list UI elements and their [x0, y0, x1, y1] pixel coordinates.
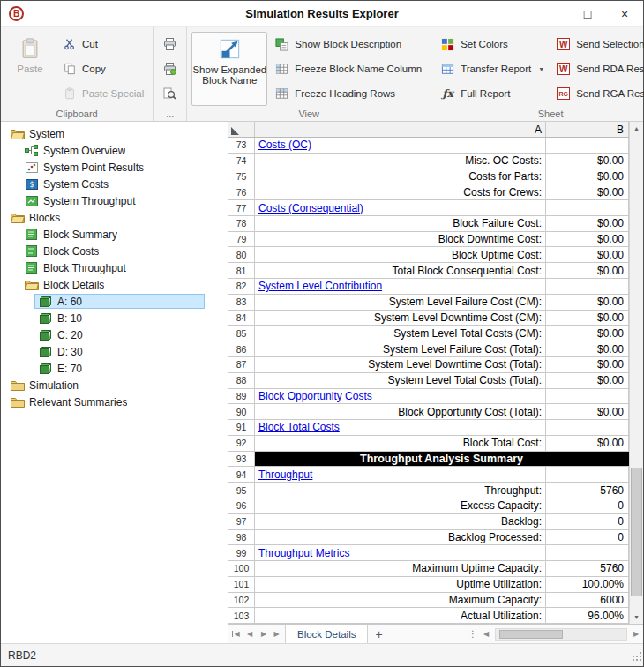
label-cell[interactable]: Block Failure Cost: — [255, 216, 546, 231]
label-cell[interactable]: Uptime Utilization: — [255, 577, 546, 592]
row-header[interactable]: 74 — [228, 154, 255, 169]
row-header[interactable]: 76 — [228, 184, 255, 199]
value-cell[interactable]: $0.00 — [546, 154, 629, 169]
row-header[interactable]: 84 — [228, 311, 255, 326]
value-cell[interactable]: $0.00 — [546, 341, 629, 356]
row-header[interactable]: 81 — [228, 263, 255, 278]
tree-item-d-30[interactable]: D: 30 — [1, 343, 228, 360]
tab-splitter-handle[interactable]: ⋮ — [467, 629, 479, 639]
row-header[interactable]: 103 — [228, 608, 255, 623]
label-cell[interactable]: Maximum Capacity: — [255, 593, 546, 608]
value-cell[interactable]: $0.00 — [546, 326, 629, 341]
label-cell[interactable]: Throughput: — [255, 483, 546, 498]
label-cell[interactable]: Backlog Processed: — [255, 530, 546, 545]
copy-button[interactable]: Copy — [57, 59, 148, 79]
tree-item-block-costs[interactable]: Block Costs — [1, 243, 228, 259]
row-header[interactable]: 102 — [228, 593, 255, 608]
tree-item-blocks[interactable]: Blocks — [1, 209, 228, 226]
label-cell[interactable]: System Level Total Costs (Total): — [255, 373, 546, 388]
label-cell[interactable]: Misc. OC Costs: — [255, 154, 546, 169]
row-header[interactable]: 93 — [228, 452, 255, 467]
scroll-down-icon[interactable]: ▼ — [630, 611, 643, 624]
row-header[interactable]: 78 — [228, 216, 255, 231]
label-cell[interactable]: Costs for Crews: — [255, 184, 546, 199]
label-cell[interactable]: System Level Failure Cost (CM): — [255, 295, 546, 310]
row-header[interactable]: 80 — [228, 247, 255, 262]
row-header[interactable]: 98 — [228, 530, 255, 545]
value-cell[interactable]: $0.00 — [546, 373, 629, 388]
vertical-scroll-track[interactable] — [630, 135, 643, 611]
tree-item-system-point-results[interactable]: System Point Results — [1, 159, 228, 176]
row-header[interactable]: 95 — [228, 483, 255, 498]
label-cell[interactable]: Costs for Parts: — [255, 169, 546, 184]
value-cell[interactable] — [546, 138, 629, 153]
value-cell[interactable]: 0 — [546, 498, 629, 513]
label-cell[interactable]: Maximum Uptime Capacity: — [255, 561, 546, 576]
row-header[interactable]: 99 — [228, 545, 255, 560]
horizontal-scroll-track[interactable] — [495, 628, 627, 641]
hscroll-right-icon[interactable]: ▶ — [629, 625, 643, 643]
vertical-scrollbar[interactable]: ▲ ▼ — [629, 122, 643, 624]
tree-item-system-overview[interactable]: System Overview — [1, 142, 228, 159]
row-header[interactable]: 87 — [228, 357, 255, 372]
set-colors-button[interactable]: Set Colors — [436, 34, 549, 54]
value-cell[interactable]: $0.00 — [546, 295, 629, 310]
print-zoom-button[interactable] — [158, 84, 182, 103]
label-cell[interactable]: Excess Capacity: — [255, 498, 546, 513]
label-cell[interactable]: System Level Downtime Cost (CM): — [255, 311, 546, 326]
row-header[interactable]: 101 — [228, 577, 255, 592]
value-cell[interactable]: 6000 — [546, 593, 629, 608]
column-header-a[interactable]: A — [255, 122, 546, 137]
tree-item-simulation[interactable]: Simulation — [1, 377, 228, 393]
row-header[interactable]: 88 — [228, 373, 255, 388]
value-cell[interactable]: $0.00 — [546, 184, 629, 199]
value-cell[interactable]: 100.00% — [546, 577, 629, 592]
value-cell[interactable]: 0 — [546, 514, 629, 529]
tab-nav-first-button[interactable]: ◀ — [228, 625, 243, 643]
row-header[interactable]: 77 — [228, 200, 255, 215]
freeze-heading-rows-button[interactable]: Freeze Heading Rows — [270, 84, 426, 103]
freeze-block-name-column-button[interactable]: Freeze Block Name Column — [270, 59, 426, 79]
section-cell[interactable]: System Level Contribution — [255, 279, 546, 294]
section-cell[interactable]: Throughput — [255, 467, 546, 482]
section-cell[interactable]: Throughput Metrics — [255, 545, 546, 560]
value-cell[interactable] — [546, 279, 629, 294]
value-cell[interactable]: 5760 — [546, 483, 629, 498]
tab-nav-prev-button[interactable]: ◀ — [243, 625, 257, 643]
value-cell[interactable] — [546, 389, 629, 404]
row-header[interactable]: 83 — [228, 295, 255, 310]
row-header[interactable]: 92 — [228, 436, 255, 451]
row-header[interactable]: 75 — [228, 169, 255, 184]
row-header[interactable]: 90 — [228, 404, 255, 419]
horizontal-scroll-thumb[interactable] — [499, 630, 563, 639]
label-cell[interactable]: Block Total Cost: — [255, 436, 546, 451]
show-block-description-button[interactable]: Show Block Description — [270, 34, 426, 54]
row-header[interactable]: 91 — [228, 420, 255, 435]
value-cell[interactable]: $0.00 — [546, 216, 629, 231]
value-cell[interactable] — [546, 467, 629, 482]
vertical-scroll-thumb[interactable] — [631, 468, 642, 596]
value-cell[interactable]: $0.00 — [546, 357, 629, 372]
label-cell[interactable]: Block Downtime Cost: — [255, 232, 546, 247]
scroll-up-icon[interactable]: ▲ — [630, 122, 643, 135]
row-header[interactable]: 89 — [228, 389, 255, 404]
row-header[interactable]: 85 — [228, 326, 255, 341]
row-header[interactable]: 94 — [228, 467, 255, 482]
label-cell[interactable]: System Level Total Costs (CM): — [255, 326, 546, 341]
tab-nav-next-button[interactable]: ▶ — [257, 625, 271, 643]
row-header[interactable]: 96 — [228, 498, 255, 513]
hscroll-left-icon[interactable]: ◀ — [479, 625, 493, 643]
label-cell[interactable]: Backlog: — [255, 514, 546, 529]
value-cell[interactable]: 96.00% — [546, 608, 629, 623]
transfer-report-button[interactable]: Transfer Report ▼ — [436, 59, 549, 79]
tree-item-e-70[interactable]: E: 70 — [1, 360, 228, 377]
resize-grip[interactable] — [633, 656, 634, 657]
row-header[interactable]: 73 — [228, 138, 255, 153]
value-cell[interactable]: $0.00 — [546, 247, 629, 262]
value-cell[interactable]: $0.00 — [546, 311, 629, 326]
row-header[interactable]: 79 — [228, 232, 255, 247]
label-cell[interactable]: Block Uptime Cost: — [255, 247, 546, 262]
send-selection-to-button[interactable]: W Send Selection to — [551, 34, 644, 54]
section-cell[interactable]: Block Total Costs — [255, 420, 546, 435]
print-button[interactable] — [158, 34, 182, 54]
